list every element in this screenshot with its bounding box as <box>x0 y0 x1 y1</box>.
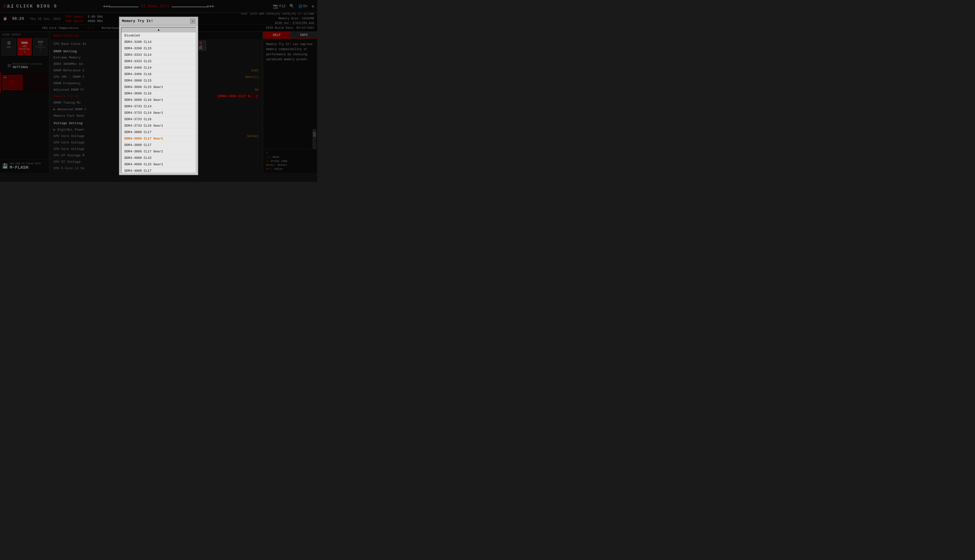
modal-close-button[interactable]: ✕ <box>190 18 195 23</box>
modal-list-item[interactable]: DDR4-3466 CL14 <box>122 65 196 71</box>
modal-list-item[interactable]: DDR4-3200 CL14 <box>122 39 196 45</box>
modal-list-item[interactable]: DDR4-3800 CL17 <box>122 129 196 135</box>
modal-items-container: DisabledDDR4-3200 CL14DDR4-3200 CL15DDR4… <box>122 32 196 173</box>
modal-list-item[interactable]: DDR4-3733 CL16 <box>122 116 196 123</box>
memory-try-it-modal: Memory Try It! ✕ ▲ DisabledDDR4-3200 CL1… <box>119 17 198 175</box>
modal-list-item[interactable]: DDR4-3333 CL14 <box>122 52 196 58</box>
modal-list-item[interactable]: DDR4-3600 CL15 <box>122 78 196 84</box>
modal-list-item[interactable]: DDR4-4000 CL15 <box>122 155 196 161</box>
modal-list-item[interactable]: Disabled <box>122 32 196 39</box>
modal-list-item[interactable]: DDR4-4000 CL17 <box>122 168 196 173</box>
modal-list-item[interactable]: DDR4-3466 CL16 <box>122 71 196 78</box>
modal-list-item[interactable]: DDR4-3733 CL14 <box>122 103 196 110</box>
modal-list[interactable]: ▲ DisabledDDR4-3200 CL14DDR4-3200 CL15DD… <box>121 27 196 173</box>
modal-title: Memory Try It! <box>122 19 153 23</box>
modal-list-item[interactable]: DDR4-3866 CL17 Gear1 <box>122 135 196 142</box>
modal-list-item[interactable]: DDR4-3600 CL16 Gear1 <box>122 97 196 103</box>
modal-overlay: Memory Try It! ✕ ▲ DisabledDDR4-3200 CL1… <box>0 0 317 182</box>
modal-header: Memory Try It! ✕ <box>120 17 198 25</box>
modal-list-item[interactable]: DDR4-3600 CL15 Gear1 <box>122 84 196 90</box>
modal-list-item[interactable]: DDR4-3200 CL15 <box>122 45 196 52</box>
modal-list-item[interactable]: DDR4-4000 CL15 Gear1 <box>122 161 196 168</box>
modal-list-item[interactable]: DDR4-3733 CL16 Gear1 <box>122 123 196 129</box>
modal-list-item[interactable]: DDR4-3800 CL17 <box>122 142 196 148</box>
modal-list-item[interactable]: DDR4-3333 CL15 <box>122 58 196 65</box>
modal-list-item[interactable]: DDR4-3733 CL14 Gear1 <box>122 110 196 116</box>
modal-list-item[interactable]: DDR4-3600 CL16 <box>122 90 196 97</box>
modal-scroll-up[interactable]: ▲ <box>122 28 196 32</box>
modal-list-item[interactable]: DDR4-3866 CL17 Gear1 <box>122 148 196 155</box>
